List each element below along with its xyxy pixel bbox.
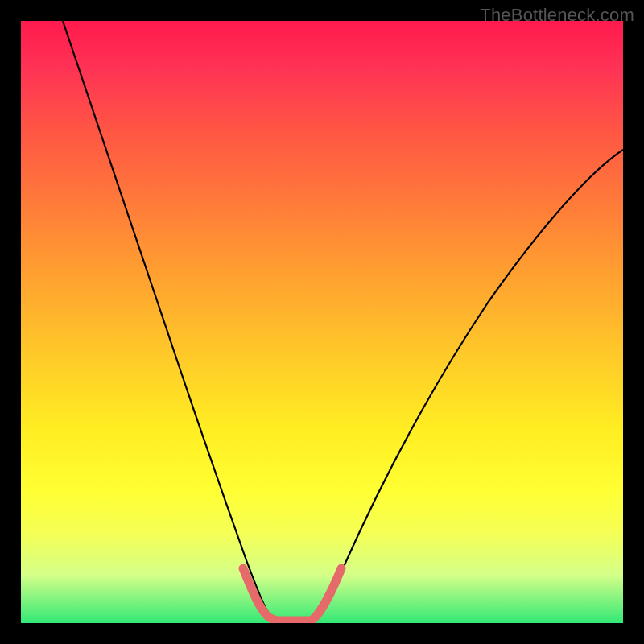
- curve-svg: [21, 21, 623, 623]
- chart-container: TheBottleneck.com: [0, 0, 644, 644]
- optimal-zone-highlight: [243, 568, 341, 621]
- watermark-text: TheBottleneck.com: [480, 5, 634, 26]
- bottleneck-curve: [63, 21, 623, 621]
- plot-area: [21, 21, 623, 623]
